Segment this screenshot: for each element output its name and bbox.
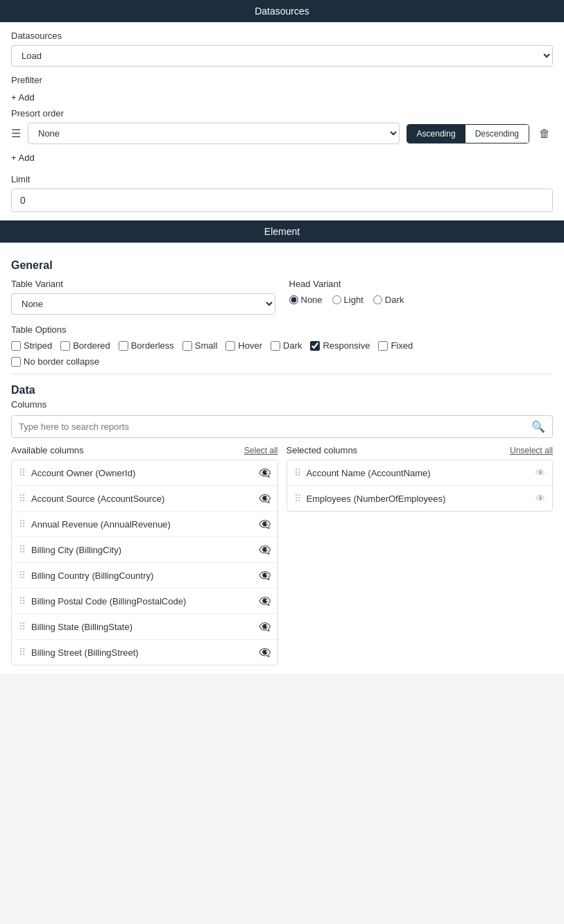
head-variant-label: Head Variant	[289, 279, 554, 289]
list-item: ⠿ Billing Street (BillingStreet) 👁‍🗨	[12, 640, 277, 665]
visibility-icon[interactable]: 👁‍🗨	[259, 647, 271, 658]
datasources-select[interactable]: Load	[11, 45, 553, 67]
limit-label: Limit	[11, 174, 553, 184]
visibility-icon[interactable]: 👁‍🗨	[259, 570, 271, 581]
head-variant-dark[interactable]: Dark	[373, 295, 404, 305]
head-variant-col: Head Variant None Light Dark	[289, 279, 554, 305]
drag-handle-icon[interactable]: ⠿	[19, 493, 26, 504]
presort-row: ☰ None Ascending Descending 🗑	[11, 123, 553, 144]
search-row: 🔍	[11, 415, 553, 438]
drag-handle-icon[interactable]: ⠿	[294, 493, 301, 504]
prefilter-label: Prefilter	[11, 75, 553, 85]
variant-row: Table Variant None Head Variant None Lig…	[11, 279, 553, 315]
drag-handle-icon[interactable]: ⠿	[19, 570, 26, 581]
fixed-option[interactable]: Fixed	[378, 340, 413, 351]
list-item: ⠿ Account Name (AccountName) 👁	[287, 460, 553, 486]
drag-handle-icon[interactable]: ☰	[11, 127, 21, 140]
list-item: ⠿ Account Owner (OwnerId) 👁‍🗨	[12, 460, 277, 486]
visibility-icon[interactable]: 👁‍🗨	[259, 544, 271, 555]
table-variant-col: Table Variant None	[11, 279, 275, 315]
small-option[interactable]: Small	[182, 340, 218, 351]
responsive-option[interactable]: Responsive	[310, 340, 370, 351]
visibility-icon[interactable]: 👁	[536, 493, 545, 504]
element-header: Element	[0, 220, 564, 243]
drag-handle-icon[interactable]: ⠿	[19, 544, 26, 555]
selected-header: Selected columns Unselect all	[287, 445, 554, 455]
columns-container: Available columns Select all ⠿ Account O…	[11, 445, 553, 665]
selected-columns-panel: Selected columns Unselect all ⠿ Account …	[287, 445, 554, 665]
drag-handle-icon[interactable]: ⠿	[19, 595, 26, 607]
drag-handle-icon[interactable]: ⠿	[294, 467, 301, 478]
descending-button[interactable]: Descending	[465, 125, 529, 143]
visibility-icon[interactable]: 👁	[536, 467, 545, 478]
list-item: ⠿ Billing Country (BillingCountry) 👁‍🗨	[12, 563, 277, 589]
bordered-option[interactable]: Bordered	[60, 340, 110, 351]
visibility-icon[interactable]: 👁‍🗨	[259, 467, 271, 478]
limit-input[interactable]: 0	[11, 189, 553, 212]
divider	[11, 374, 553, 374]
head-variant-radio-group: None Light Dark	[289, 295, 554, 305]
available-col-list: ⠿ Account Owner (OwnerId) 👁‍🗨 ⠿ Account …	[11, 460, 278, 665]
presort-add-button[interactable]: + Add	[11, 150, 35, 166]
datasources-header: Datasources	[0, 0, 564, 22]
columns-label: Columns	[11, 399, 553, 410]
search-button[interactable]: 🔍	[524, 416, 552, 437]
selected-col-list: ⠿ Account Name (AccountName) 👁 ⠿ Employe…	[287, 460, 554, 512]
list-item: ⠿ Billing Postal Code (BillingPostalCode…	[12, 589, 277, 614]
data-title: Data	[11, 384, 553, 396]
visibility-icon[interactable]: 👁‍🗨	[259, 493, 271, 504]
table-options-row1: Striped Bordered Borderless Small Hover …	[11, 340, 553, 351]
list-item: ⠿ Billing State (BillingState) 👁‍🗨	[12, 614, 277, 640]
striped-option[interactable]: Striped	[11, 340, 52, 351]
visibility-icon[interactable]: 👁‍🗨	[259, 595, 271, 607]
table-variant-select[interactable]: None	[11, 293, 275, 315]
available-header: Available columns Select all	[11, 445, 278, 455]
borderless-option[interactable]: Borderless	[119, 340, 174, 351]
hover-option[interactable]: Hover	[225, 340, 262, 351]
presort-label: Presort order	[11, 108, 553, 119]
drag-handle-icon[interactable]: ⠿	[19, 467, 26, 478]
sort-toggle: Ascending Descending	[407, 124, 529, 143]
head-variant-light[interactable]: Light	[332, 295, 364, 305]
list-item: ⠿ Employees (NumberOfEmployees) 👁	[287, 486, 553, 511]
select-all-link[interactable]: Select all	[244, 446, 278, 455]
delete-presort-button[interactable]: 🗑	[536, 125, 553, 143]
table-options-row2: No border collapse	[11, 356, 553, 367]
list-item: ⠿ Account Source (AccountSource) 👁‍🗨	[12, 486, 277, 512]
visibility-icon[interactable]: 👁‍🗨	[259, 518, 271, 530]
list-item: ⠿ Annual Revenue (AnnualRevenue) 👁‍🗨	[12, 512, 277, 537]
search-input[interactable]	[12, 416, 524, 437]
head-variant-none[interactable]: None	[289, 295, 323, 305]
drag-handle-icon[interactable]: ⠿	[19, 621, 26, 632]
table-options-label: Table Options	[11, 324, 553, 335]
list-item: ⠿ Billing City (BillingCity) 👁‍🗨	[12, 537, 277, 563]
datasources-label: Datasources	[11, 30, 553, 41]
unselect-all-link[interactable]: Unselect all	[510, 446, 553, 455]
table-variant-label: Table Variant	[11, 279, 275, 289]
ascending-button[interactable]: Ascending	[407, 125, 465, 143]
drag-handle-icon[interactable]: ⠿	[19, 647, 26, 658]
drag-handle-icon[interactable]: ⠿	[19, 518, 26, 530]
presort-select[interactable]: None	[28, 123, 400, 144]
no-border-collapse-option[interactable]: No border collapse	[11, 356, 99, 367]
general-title: General	[11, 259, 553, 272]
visibility-icon[interactable]: 👁‍🗨	[259, 621, 271, 632]
dark-option[interactable]: Dark	[271, 340, 302, 351]
prefilter-add-button[interactable]: + Add	[11, 89, 35, 105]
available-columns-panel: Available columns Select all ⠿ Account O…	[11, 445, 278, 665]
